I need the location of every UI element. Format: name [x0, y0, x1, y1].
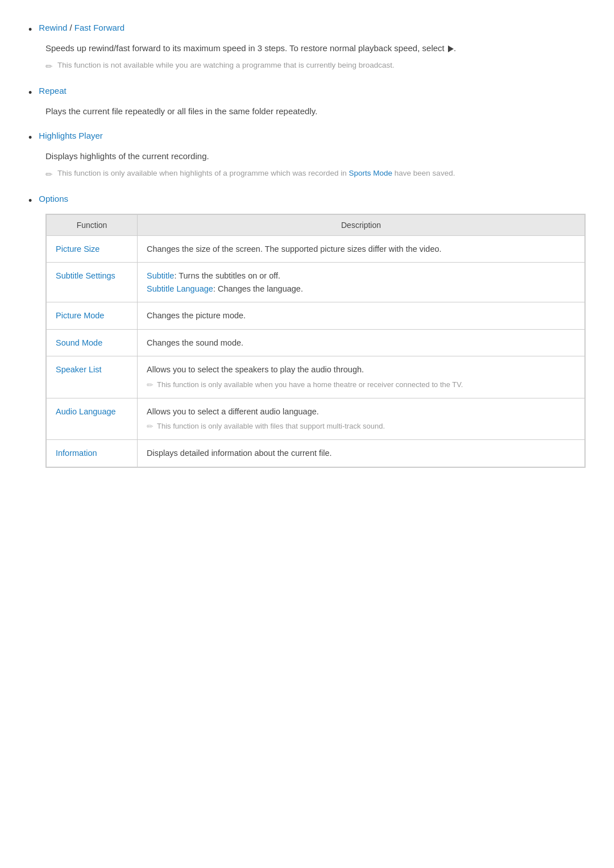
table-cell-function: Sound Mode [47, 329, 138, 356]
table-cell-description: Changes the size of the screen. The supp… [138, 235, 585, 262]
bullet-rewind-fastforward: • Rewind / Fast Forward [28, 23, 586, 37]
section-highlights-player: • Highlights Player Displays highlights … [28, 131, 586, 181]
link-fastforward[interactable]: Fast Forward [74, 23, 125, 32]
note-pencil-icon-highlights: ✏ [45, 168, 53, 181]
bullet-dot-highlights: • [28, 131, 32, 145]
col-header-description: Description [138, 214, 585, 235]
link-sound-mode[interactable]: Sound Mode [56, 338, 102, 347]
link-highlights-player[interactable]: Highlights Player [39, 131, 103, 140]
options-table: Function Description Picture Size Change… [46, 214, 585, 467]
bullet-dot: • [28, 23, 32, 37]
subtitle-desc-line2: Subtitle Language: Changes the language. [147, 284, 303, 293]
section-options: • Options Function Description Picture S… [28, 194, 586, 468]
col-header-function: Function [47, 214, 138, 235]
subtitle-desc-line1: Subtitle: Turns the subtitles on or off. [147, 271, 280, 280]
link-speaker-list[interactable]: Speaker List [56, 365, 102, 374]
note-text-rewind: This function is not available while you… [57, 60, 395, 71]
link-rewind[interactable]: Rewind [39, 23, 67, 32]
description-highlights: Displays highlights of the current recor… [45, 149, 586, 163]
note-pencil-icon: ✏ [45, 60, 53, 73]
link-sports-mode[interactable]: Sports Mode [349, 169, 393, 177]
separator: / [70, 23, 74, 32]
bullet-repeat: • Repeat [28, 86, 586, 100]
table-row: Audio Language Allows you to select a di… [47, 398, 585, 439]
note-rewind: ✏ This function is not available while y… [45, 60, 586, 73]
link-subtitle-settings[interactable]: Subtitle Settings [56, 271, 115, 280]
note-highlights: ✏ This function is only available when h… [45, 168, 586, 181]
audio-language-desc: Allows you to select a different audio l… [147, 405, 575, 418]
link-picture-size[interactable]: Picture Size [56, 244, 99, 254]
speaker-list-note: ✏ This function is only available when y… [147, 379, 575, 391]
table-cell-function: Information [47, 440, 138, 467]
table-header-row: Function Description [47, 214, 585, 235]
bullet-options: • Options [28, 194, 586, 208]
table-row: Sound Mode Changes the sound mode. [47, 329, 585, 356]
audio-language-note: ✏ This function is only available with f… [147, 421, 575, 433]
table-row: Speaker List Allows you to select the sp… [47, 356, 585, 398]
note-text-highlights: This function is only available when hig… [57, 168, 455, 179]
link-subtitle[interactable]: Subtitle [147, 271, 174, 280]
description-rewind: Speeds up rewind/fast forward to its max… [45, 41, 586, 55]
speaker-list-desc: Allows you to select the speakers to pla… [147, 363, 575, 376]
link-subtitle-language[interactable]: Subtitle Language [147, 284, 213, 293]
bullet-dot-repeat: • [28, 86, 32, 100]
section-rewind-fastforward: • Rewind / Fast Forward Speeds up rewind… [28, 23, 586, 73]
table-cell-description: Allows you to select a different audio l… [138, 398, 585, 439]
table-row: Picture Mode Changes the picture mode. [47, 302, 585, 329]
heading-rewind-fastforward: Rewind / Fast Forward [39, 23, 125, 32]
table-cell-function: Picture Size [47, 235, 138, 262]
link-repeat[interactable]: Repeat [39, 86, 66, 95]
options-table-wrapper: Function Description Picture Size Change… [45, 214, 586, 468]
link-audio-language[interactable]: Audio Language [56, 407, 116, 416]
bullet-highlights-player: • Highlights Player [28, 131, 586, 145]
table-cell-description: Subtitle: Turns the subtitles on or off.… [138, 263, 585, 302]
description-repeat: Plays the current file repeatedly or all… [45, 105, 586, 118]
table-cell-description: Changes the picture mode. [138, 302, 585, 329]
table-cell-function: Speaker List [47, 356, 138, 398]
table-cell-function: Subtitle Settings [47, 263, 138, 302]
table-cell-description: Allows you to select the speakers to pla… [138, 356, 585, 398]
link-information[interactable]: Information [56, 448, 97, 458]
cell-note-pencil-icon: ✏ [147, 379, 154, 391]
audio-language-note-text: This function is only available with fil… [157, 421, 385, 432]
speaker-list-note-text: This function is only available when you… [157, 379, 463, 391]
section-repeat: • Repeat Plays the current file repeated… [28, 86, 586, 118]
link-picture-mode[interactable]: Picture Mode [56, 311, 104, 320]
play-icon [448, 45, 454, 52]
table-row: Information Displays detailed informatio… [47, 440, 585, 467]
table-cell-description: Displays detailed information about the … [138, 440, 585, 467]
table-row: Picture Size Changes the size of the scr… [47, 235, 585, 262]
link-options[interactable]: Options [39, 194, 68, 203]
table-row: Subtitle Settings Subtitle: Turns the su… [47, 263, 585, 302]
bullet-dot-options: • [28, 194, 32, 208]
cell-note-pencil-icon-audio: ✏ [147, 421, 154, 433]
table-cell-function: Picture Mode [47, 302, 138, 329]
table-cell-description: Changes the sound mode. [138, 329, 585, 356]
table-cell-function: Audio Language [47, 398, 138, 439]
